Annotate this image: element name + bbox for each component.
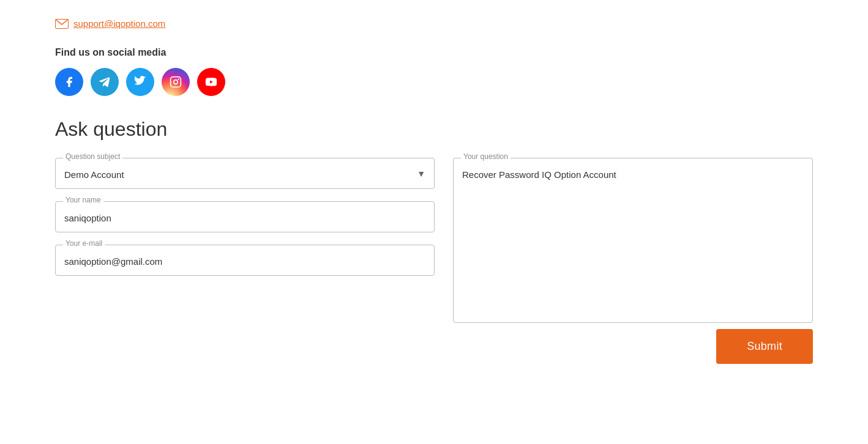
svg-point-3 [178, 78, 179, 80]
ask-question-section: Ask question Question subject Demo Accou… [55, 118, 813, 364]
ask-question-title: Ask question [55, 118, 813, 141]
select-wrapper: Demo Account Real Account Deposit Withdr… [56, 158, 434, 188]
your-question-group: Your question Recover Password IQ Option… [453, 158, 813, 323]
svg-point-2 [174, 80, 178, 84]
svg-rect-1 [171, 77, 181, 87]
your-email-input[interactable] [56, 245, 434, 275]
question-subject-group: Question subject Demo Account Real Accou… [55, 158, 435, 189]
form-right-column: Your question Recover Password IQ Option… [453, 158, 813, 323]
instagram-icon[interactable] [162, 68, 190, 96]
question-subject-label: Question subject [63, 152, 122, 161]
your-question-label: Your question [461, 152, 511, 161]
page-container: support@iqoption.com Find us on social m… [0, 0, 868, 413]
social-title: Find us on social media [55, 47, 813, 58]
submit-row: Submit [55, 329, 813, 364]
your-email-group: Your e-mail [55, 245, 435, 276]
support-email-link[interactable]: support@iqoption.com [73, 18, 165, 29]
your-question-textarea[interactable]: Recover Password IQ Option Account [454, 158, 812, 322]
telegram-icon[interactable] [91, 68, 119, 96]
your-name-input[interactable] [56, 202, 434, 232]
youtube-icon[interactable] [197, 68, 225, 96]
your-name-group: Your name [55, 201, 435, 232]
submit-button[interactable]: Submit [716, 329, 813, 364]
email-icon [55, 19, 69, 29]
social-section: Find us on social media [55, 47, 813, 96]
form-left-column: Question subject Demo Account Real Accou… [55, 158, 435, 276]
your-name-label: Your name [63, 196, 103, 204]
your-email-label: Your e-mail [63, 239, 105, 248]
twitter-icon[interactable] [126, 68, 154, 96]
form-layout: Question subject Demo Account Real Accou… [55, 158, 813, 323]
social-icons-row [55, 68, 813, 96]
question-subject-select[interactable]: Demo Account Real Account Deposit Withdr… [56, 158, 434, 188]
email-link-row: support@iqoption.com [55, 18, 813, 29]
facebook-icon[interactable] [55, 68, 83, 96]
